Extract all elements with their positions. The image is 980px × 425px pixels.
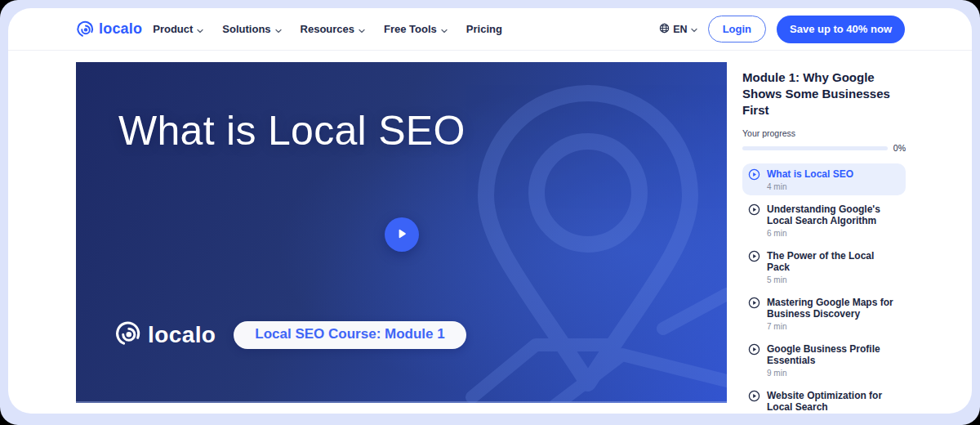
language-selector[interactable]: EN (659, 23, 697, 36)
main-nav: Product Solutions Resources Free Tools P… (153, 23, 502, 36)
play-circle-icon (748, 168, 760, 181)
lesson-duration: 7 min (767, 322, 899, 331)
lesson-item[interactable]: Understanding Google's Local Search Algo… (742, 199, 906, 242)
lesson-title: What is Local SEO (767, 168, 853, 180)
nav-item-resources[interactable]: Resources (301, 23, 365, 36)
module-title: Module 1: Why Google Shows Some Business… (742, 69, 906, 118)
nav-item-solutions[interactable]: Solutions (222, 23, 281, 36)
page-card: localo Product Solutions Resources Free … (8, 8, 972, 414)
nav-item-free-tools[interactable]: Free Tools (384, 23, 448, 36)
lesson-item[interactable]: Mastering Google Maps for Business Disco… (742, 292, 906, 335)
lesson-title: Understanding Google's Local Search Algo… (767, 204, 899, 226)
lesson-duration: 4 min (767, 182, 853, 191)
globe-icon (659, 23, 670, 36)
promo-cta-button[interactable]: Save up to 40% now (777, 16, 905, 43)
progress-label: Your progress (742, 128, 906, 138)
play-icon (395, 227, 408, 243)
lesson-title: Website Optimization for Local Search (767, 390, 899, 413)
localo-logo[interactable]: localo (76, 20, 142, 38)
chevron-down-icon (359, 24, 365, 36)
progress-value: 0% (893, 143, 906, 153)
video-footer: localo Local SEO Course: Module 1 (114, 320, 466, 351)
course-video-player[interactable]: What is Local SEO (76, 62, 727, 403)
course-module-badge: Local SEO Course: Module 1 (234, 321, 466, 349)
language-code: EN (673, 24, 687, 35)
lesson-list: What is Local SEO 4 min Understanding Go… (742, 163, 906, 414)
video-logo-wordmark: localo (148, 322, 216, 348)
chevron-down-icon (691, 24, 697, 35)
play-circle-icon (748, 297, 760, 309)
lesson-duration: 9 min (767, 369, 899, 378)
play-circle-icon (748, 204, 760, 216)
chevron-down-icon (275, 24, 282, 36)
chevron-down-icon (441, 24, 448, 36)
top-navbar: localo Product Solutions Resources Free … (8, 8, 972, 51)
lesson-item[interactable]: What is Local SEO 4 min (742, 163, 906, 195)
localo-swirl-icon (76, 20, 95, 38)
page-frame: localo Product Solutions Resources Free … (0, 0, 980, 425)
localo-swirl-icon-white (114, 320, 142, 351)
video-localo-logo: localo (114, 320, 216, 351)
lesson-title: Google Business Profile Essentials (767, 343, 899, 366)
course-sidebar: Module 1: Why Google Shows Some Business… (742, 62, 906, 414)
header-actions: EN Login Save up to 40% now (659, 16, 905, 43)
lesson-title: The Power of the Local Pack (767, 250, 899, 273)
play-circle-icon (748, 343, 760, 356)
nav-item-product[interactable]: Product (153, 23, 203, 36)
progress-section: Your progress 0% (742, 128, 906, 153)
progress-bar[interactable] (742, 146, 888, 150)
play-circle-icon (748, 390, 760, 402)
lesson-duration: 6 min (767, 229, 899, 238)
play-circle-icon (748, 250, 760, 262)
main-content: What is Local SEO (8, 51, 972, 414)
lesson-duration: 5 min (767, 275, 899, 284)
lesson-item[interactable]: The Power of the Local Pack 5 min (742, 245, 906, 289)
lesson-item[interactable]: Website Optimization for Local Search 13… (742, 385, 906, 414)
logo-wordmark: localo (99, 20, 142, 38)
map-pin-watermark-icon (457, 85, 727, 403)
play-button[interactable] (385, 217, 419, 252)
lesson-title: Mastering Google Maps for Business Disco… (767, 297, 899, 320)
video-title: What is Local SEO (118, 103, 466, 159)
lesson-item[interactable]: Google Business Profile Essentials 9 min (742, 338, 906, 382)
login-button[interactable]: Login (708, 16, 766, 42)
nav-item-pricing[interactable]: Pricing (466, 23, 502, 35)
chevron-down-icon (197, 24, 203, 36)
